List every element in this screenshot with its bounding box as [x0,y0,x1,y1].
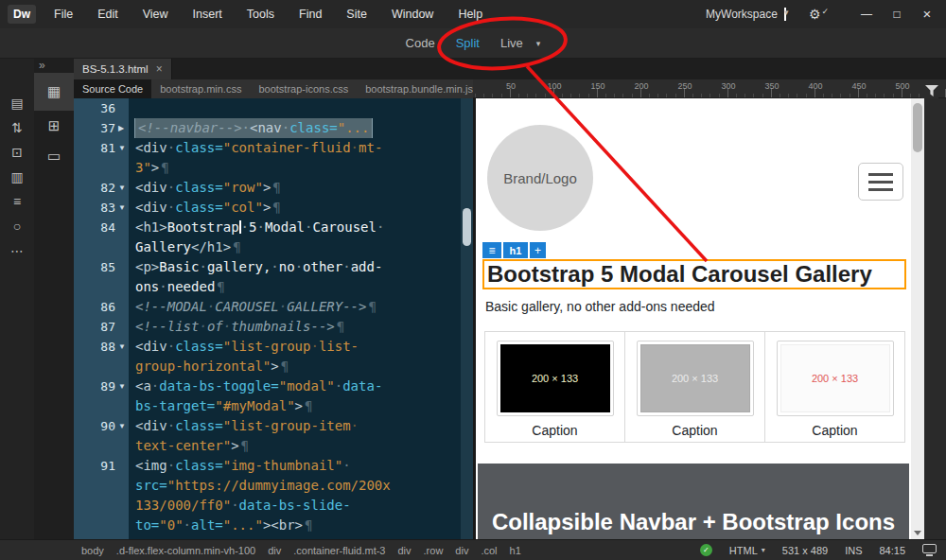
code-line-content[interactable]: <div·class="container-fluid·mt-3">¶ [129,138,461,178]
code-line[interactable]: 89▼<a·data-bs-toggle="modal"·data-bs-tar… [74,376,461,416]
code-editor[interactable]: 3637▶<!--navbar-->·<nav·class="...81▼<di… [74,98,473,539]
tag-selector[interactable]: h1 [510,545,521,556]
code-line-content[interactable]: <p>Basic·gallery,·no·other·add-ons·neede… [129,257,461,297]
code-line[interactable]: 90▼<div·class="list-group-item·text-cent… [74,416,461,456]
gallery-thumbnail-item[interactable]: 200 × 133Caption [765,332,904,442]
tag-selector[interactable]: .container-fluid.mt-3 [293,545,385,556]
code-line[interactable]: 84<h1>Bootstrap·5·Modal·Carousel·Gallery… [74,218,461,257]
open-documents-icon[interactable]: ▤ [5,93,29,114]
code-line-content[interactable]: <img·class="img-thumbnail"·src="https://… [129,456,461,535]
related-file[interactable]: bootstrap.bundle.min.js [357,79,482,98]
tag-selector[interactable]: div [455,545,468,556]
code-line-content[interactable]: <div·class="col">¶ [129,198,461,218]
code-scrollbar[interactable] [461,98,473,539]
menu-site[interactable]: Site [334,0,379,28]
document-tab[interactable]: BS-5.1.3.html × [74,59,172,79]
view-mode-split[interactable]: Split [456,36,480,50]
tag-selector[interactable]: div [268,545,281,556]
related-file[interactable]: Source Code [74,79,151,98]
lint-status-icon[interactable]: ✓ [700,544,712,556]
live-view-options-icon[interactable]: ⊡ [5,142,29,163]
page-paragraph[interactable]: Basic gallery, no other add-ons needed [485,299,715,314]
file-management-icon[interactable]: ⇅ [5,117,29,138]
live-scrollbar-thumb[interactable] [913,103,922,152]
page-heading[interactable]: Bootstrap 5 Modal Carousel Gallery [482,259,906,289]
menu-edit[interactable]: Edit [85,0,131,28]
doc-type-indicator[interactable]: HTML ▾ [729,545,765,556]
fold-toggle-icon[interactable]: ▼ [115,376,129,396]
view-mode-code[interactable]: Code [406,36,435,50]
device-preview-icon[interactable]: ▭ [34,141,74,171]
tag-selector[interactable]: body [81,545,104,556]
fold-toggle-icon[interactable]: ▼ [115,337,129,357]
view-mode-dropdown-caret[interactable]: ▾ [536,39,541,48]
code-line[interactable]: 86<!--MODAL·CAROUSEL·GALLERY-->¶ [74,297,461,317]
menu-file[interactable]: File [42,0,85,28]
menu-tools[interactable]: Tools [235,0,287,28]
code-line-content[interactable]: <!--navbar-->·<nav·class="... [129,118,461,138]
menu-help[interactable]: Help [446,0,495,28]
tag-selector[interactable]: .row [424,545,444,556]
workspace-switcher[interactable]: MyWorkspace ▾ [706,8,786,21]
fold-toggle-icon[interactable]: ▶ [115,118,129,138]
code-line-content[interactable]: <a·data-bs-toggle="modal"·data-bs-target… [129,376,461,416]
minimize-button[interactable]: — [851,0,882,28]
fold-toggle-icon[interactable]: ▼ [115,198,129,218]
element-tag-badge[interactable]: h1 [503,242,528,258]
thumbnail-image[interactable]: 200 × 133 [497,341,614,416]
sync-settings-button[interactable]: ⚙✓ [809,8,829,21]
thumbnail-image[interactable]: 200 × 133 [777,341,894,416]
menu-find[interactable]: Find [287,0,334,28]
code-line[interactable]: 36 [74,98,461,118]
maximize-button[interactable]: □ [882,0,912,28]
code-line[interactable]: 81▼<div·class="container-fluid·mt-3">¶ [74,138,461,178]
code-line[interactable]: 85<p>Basic·gallery,·no·other·add-ons·nee… [74,257,461,297]
code-line[interactable]: 91<img·class="img-thumbnail"·src="https:… [74,456,461,535]
inspect-icon[interactable]: ▥ [5,166,29,187]
code-line[interactable]: 82▼<div·class="row">¶ [74,178,461,198]
outline-icon[interactable]: ≡ [5,191,29,212]
code-line-content[interactable]: <!--MODAL·CAROUSEL·GALLERY-->¶ [129,297,461,317]
customize-toolbar-icon[interactable]: ⋯ [5,240,29,261]
close-icon[interactable]: × [156,62,163,76]
code-line-content[interactable]: <!--list·of·thumbnails-->¶ [129,317,461,337]
gallery-thumbnail-item[interactable]: 200 × 133Caption [485,332,625,442]
insert-element-button[interactable]: + [530,242,546,258]
fold-toggle-icon[interactable]: ▼ [115,138,129,158]
device-preview-icon[interactable] [922,544,937,553]
collapse-panels-icon[interactable]: » [34,59,74,73]
code-scrollbar-thumb[interactable] [463,208,471,246]
tag-selector[interactable]: .col [481,545,497,556]
menu-view[interactable]: View [131,0,181,28]
gallery-thumbnail-item[interactable]: 200 × 133Caption [625,332,765,442]
live-scrollbar[interactable] [911,98,924,539]
drag-handle-icon[interactable]: ≡ [482,242,501,258]
window-size-indicator[interactable]: 531 x 489 [782,545,828,556]
view-mode-live[interactable]: Live [500,36,523,50]
code-line-content[interactable] [129,98,461,118]
menu-window[interactable]: Window [379,0,446,28]
code-line[interactable]: 88▼<div·class="list-group·list-group-hor… [74,337,461,376]
code-line-content[interactable]: <div·class="list-group-item·text-center"… [129,416,461,456]
site-map-icon[interactable]: ⊞ [34,111,74,141]
files-panel-icon[interactable]: ▦ [34,73,74,111]
tag-selector[interactable]: .d-flex.flex-column.min-vh-100 [116,545,255,556]
code-line[interactable]: 87<!--list·of·thumbnails-->¶ [74,317,461,337]
brand-logo-image[interactable]: Brand/Logo [487,125,593,231]
code-line-content[interactable]: <div·class="row">¶ [129,178,461,198]
navbar-toggler-button[interactable] [858,163,903,201]
fold-toggle-icon[interactable]: ▼ [115,178,129,198]
tag-selector[interactable]: div [397,545,411,556]
code-line[interactable]: 37▶<!--navbar-->·<nav·class="... [74,118,461,138]
fold-toggle-icon[interactable]: ▼ [115,416,129,436]
close-button[interactable]: × [912,0,942,28]
thumbnail-image[interactable]: 200 × 133 [637,341,754,416]
code-line-content[interactable]: <h1>Bootstrap·5·Modal·Carousel·Gallery</… [129,218,461,257]
code-line[interactable]: 83▼<div·class="col">¶ [74,198,461,218]
related-file[interactable]: bootstrap.min.css [151,79,250,98]
related-file[interactable]: bootstrap-icons.css [250,79,357,98]
scroll-down-arrow[interactable] [911,526,924,539]
menu-insert[interactable]: Insert [181,0,235,28]
linting-icon[interactable]: ○ [5,216,29,236]
code-line-content[interactable]: <div·class="list-group·list-group-horizo… [129,337,461,376]
